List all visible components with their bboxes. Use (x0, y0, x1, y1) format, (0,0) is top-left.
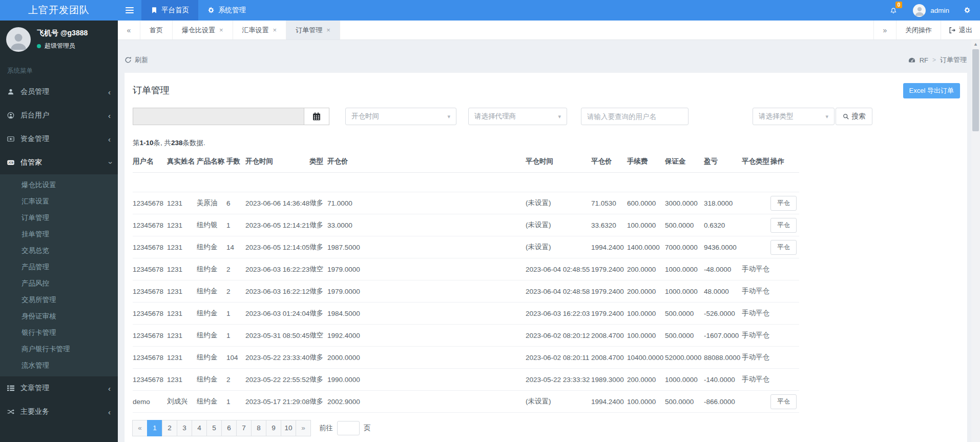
tabs-scroll-left-button[interactable]: « (118, 21, 140, 39)
sidebar-item-0[interactable]: 会员管理‹ (0, 80, 118, 104)
scroll-up-arrow-icon[interactable]: ▲ (971, 40, 980, 48)
margin-cell: 52000.0000 (665, 347, 704, 369)
person-icon (8, 31, 29, 52)
sidebar-item-5[interactable]: 主要业务‹ (0, 400, 118, 424)
type-cell: 做空 (309, 325, 327, 347)
pagination-page-3[interactable]: 3 (177, 420, 192, 436)
pagination-page-7[interactable]: 7 (236, 420, 252, 436)
fee-cell: 100.0000 (627, 325, 665, 347)
pagination-prev-button[interactable]: « (132, 420, 148, 436)
list-icon (7, 385, 20, 392)
shuffle-icon (7, 408, 20, 415)
realname-cell: 刘成兴 (167, 391, 197, 413)
close-position-button[interactable]: 平仓 (770, 240, 797, 255)
date-range-input[interactable] (133, 108, 304, 125)
sidebar-subitem-1[interactable]: 汇率设置 (0, 193, 118, 210)
pnl-cell: 0.6320 (704, 214, 742, 236)
pagination-page-10[interactable]: 10 (281, 420, 296, 436)
pagination-next-button[interactable]: » (296, 420, 311, 436)
nav-item-0[interactable]: 平台首页 (141, 0, 198, 21)
search-button[interactable]: 搜索 (836, 108, 872, 125)
sidebar-subitem-7[interactable]: 交易所管理 (0, 292, 118, 308)
calendar-button[interactable] (304, 108, 329, 125)
sidebar-subitem-10[interactable]: 商户银行卡管理 (0, 341, 118, 357)
sidebar-subitem-11[interactable]: 流水管理 (0, 357, 118, 374)
filter-bar: 开仓时间 ▾ 请选择代理商 ▾ 请选择类型 ▾ 搜索 (133, 108, 959, 125)
tab-2[interactable]: 汇率设置× (233, 21, 287, 39)
username-search-input[interactable] (581, 108, 689, 125)
column-header-6: 开仓价 (327, 152, 526, 173)
navbar-right: 0 admin (882, 0, 980, 21)
sidebar-item-label: 会员管理 (20, 87, 108, 96)
orders-table: 用户名真实姓名产品名称手数开仓时间类型开仓价平仓时间平仓价手续费保证金盈亏平仓类… (133, 152, 799, 413)
column-header-13: 操作 (770, 152, 799, 173)
refresh-button[interactable]: 刷新 (124, 55, 148, 65)
pagination-page-2[interactable]: 2 (162, 420, 177, 436)
pagination-page-1[interactable]: 1 (147, 420, 162, 436)
open-time-cell: 2023-05-17 21:29:08 (245, 391, 309, 413)
sidebar-subitem-8[interactable]: 身份证审核 (0, 308, 118, 325)
pnl-cell: -140.0000 (704, 369, 742, 391)
close-position-button[interactable]: 平仓 (770, 394, 797, 409)
close-type-cell: 手动平仓 (742, 369, 770, 391)
sidebar-item-2[interactable]: 资金管理‹ (0, 127, 118, 151)
pagination-page-5[interactable]: 5 (206, 420, 222, 436)
notifications-button[interactable]: 0 (882, 0, 905, 21)
type-select[interactable]: 请选择类型 ▾ (753, 108, 835, 125)
tab-3[interactable]: 订单管理× (286, 21, 340, 39)
sidebar-subitem-0[interactable]: 爆仓比设置 (0, 177, 118, 193)
close-price-cell: 33.6320 (591, 214, 627, 236)
pagination-page-9[interactable]: 9 (266, 420, 281, 436)
close-position-button[interactable]: 平仓 (770, 196, 797, 211)
sidebar-item-3[interactable]: JCB信管家‹ (0, 151, 118, 174)
logout-button[interactable]: 退出 (941, 21, 980, 39)
breadcrumb-root[interactable]: RF (920, 56, 928, 64)
chevron-down-icon: ‹ (106, 162, 113, 164)
open-time-cell: 2023-06-03 16:22:12 (245, 280, 309, 303)
pagination-page-4[interactable]: 4 (192, 420, 207, 436)
close-price-cell: 2008.4700 (591, 325, 627, 347)
close-type-cell (742, 391, 770, 413)
vertical-scrollbar[interactable]: ▲ (971, 40, 980, 442)
tab-0[interactable]: 首页 (140, 21, 173, 39)
column-header-7: 平仓时间 (526, 152, 591, 173)
sidebar-subitem-4[interactable]: 交易总览 (0, 243, 118, 259)
open-time-select[interactable]: 开仓时间 ▾ (345, 108, 456, 125)
pagination-page-6[interactable]: 6 (221, 420, 237, 436)
excel-export-button[interactable]: Excel 导出订单 (903, 83, 960, 98)
tab-close-icon[interactable]: × (273, 26, 277, 34)
page-jump-input[interactable] (337, 421, 360, 435)
realname-cell: 1231 (167, 325, 197, 347)
tabs-scroll-right-button[interactable]: » (873, 21, 896, 39)
sidebar-subitem-9[interactable]: 银行卡管理 (0, 325, 118, 341)
close-position-button[interactable]: 平仓 (770, 218, 797, 233)
sidebar-subitem-3[interactable]: 挂单管理 (0, 226, 118, 243)
sidebar-item-1[interactable]: 后台用户‹ (0, 104, 118, 127)
type-cell: 做多 (309, 280, 327, 303)
agent-select[interactable]: 请选择代理商 ▾ (468, 108, 567, 125)
tab-close-icon[interactable]: × (326, 26, 330, 34)
sidebar-item-label: 资金管理 (20, 134, 108, 144)
scrollbar-thumb[interactable] (972, 49, 979, 131)
nav-item-label: 系统管理 (218, 6, 246, 15)
settings-button[interactable] (957, 0, 980, 21)
sidebar-subitem-2[interactable]: 订单管理 (0, 210, 118, 226)
tab-close-icon[interactable]: × (219, 26, 223, 34)
open-price-cell: 2002.9000 (327, 391, 526, 413)
chevron-left-icon: ‹ (108, 112, 111, 119)
close-operations-button[interactable]: 关闭操作 (896, 21, 941, 39)
sidebar-toggle-button[interactable] (118, 0, 141, 21)
sidebar-item-4[interactable]: 文章管理‹ (0, 376, 118, 400)
tab-label: 订单管理 (296, 26, 322, 35)
nav-item-1[interactable]: 系统管理 (198, 0, 255, 21)
type-cell: 做空 (309, 258, 327, 280)
pagination-page-8[interactable]: 8 (251, 420, 266, 436)
type-cell: 做多 (309, 192, 327, 214)
user-menu[interactable]: admin (905, 0, 957, 21)
column-header-4: 开仓时间 (245, 152, 309, 173)
sidebar-subitem-5[interactable]: 产品管理 (0, 259, 118, 275)
margin-cell: 500.0000 (665, 214, 704, 236)
sidebar-subitem-6[interactable]: 产品风控 (0, 275, 118, 292)
tab-1[interactable]: 爆仓比设置× (173, 21, 233, 39)
close-price-cell: 1994.2400 (591, 236, 627, 258)
